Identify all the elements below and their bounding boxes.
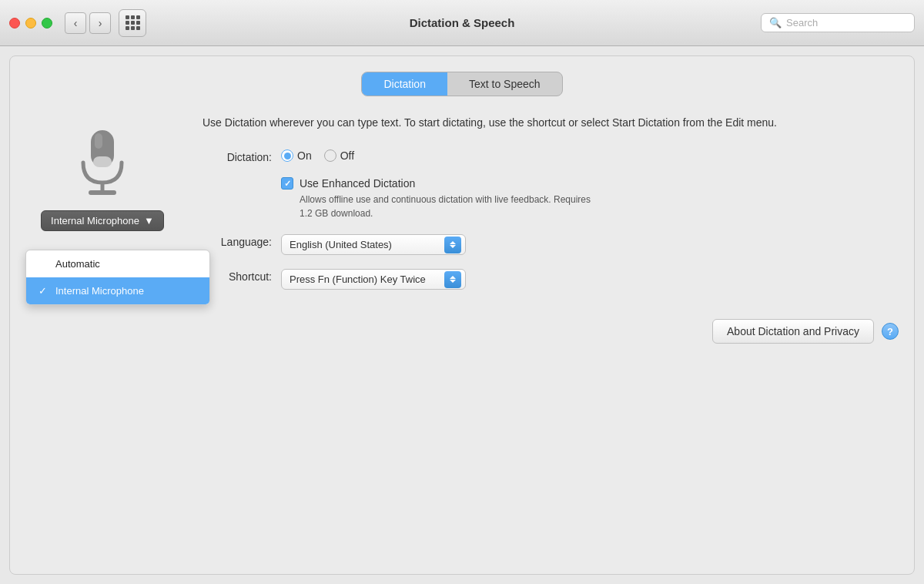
microphone-dropdown[interactable]: Internal Microphone ▼ [41, 210, 164, 231]
tab-dictation[interactable]: Dictation [362, 72, 447, 96]
microphone-icon [72, 123, 133, 200]
dictation-setting-row: Dictation: On Off [203, 149, 899, 163]
dictation-off-option[interactable]: Off [324, 149, 354, 162]
search-icon: 🔍 [769, 17, 782, 29]
on-label: On [297, 149, 312, 162]
forward-button[interactable]: › [89, 12, 111, 34]
language-label: Language: [203, 234, 272, 248]
svg-rect-2 [93, 156, 112, 167]
enhanced-setting-row: ✓ Use Enhanced Dictation Allows offline … [281, 177, 899, 220]
search-input[interactable] [786, 17, 906, 29]
checkmark-selected-icon: ✓ [38, 285, 49, 297]
close-button[interactable] [9, 18, 20, 29]
grid-icon [126, 15, 140, 30]
settings-section: Use Dictation wherever you can type text… [195, 115, 899, 344]
shortcut-select[interactable]: Press Fn (Function) Key Twice Press Fn K… [281, 269, 466, 290]
bottom-actions: About Dictation and Privacy ? [203, 304, 899, 344]
window-title: Dictation & Speech [410, 16, 515, 29]
help-button[interactable]: ? [882, 323, 899, 340]
enhanced-description: Allows offline use and continuous dictat… [300, 193, 592, 220]
minimize-button[interactable] [25, 18, 36, 29]
svg-rect-4 [89, 190, 116, 195]
maximize-button[interactable] [42, 18, 52, 29]
off-label: Off [340, 149, 354, 162]
nav-buttons: ‹ › [65, 12, 111, 34]
radio-on-circle [281, 149, 293, 162]
app-grid-button[interactable] [119, 9, 146, 37]
radio-off-circle [324, 149, 336, 162]
about-privacy-button[interactable]: About Dictation and Privacy [712, 319, 874, 344]
dictation-label: Dictation: [203, 149, 272, 163]
dictation-on-option[interactable]: On [281, 149, 312, 162]
tab-text-to-speech[interactable]: Text to Speech [447, 72, 562, 96]
dropdown-arrow-icon: ▼ [144, 215, 154, 227]
language-setting-row: Language: English (United States) Englis… [203, 234, 899, 255]
enhanced-section: ✓ Use Enhanced Dictation Allows offline … [281, 177, 592, 220]
traffic-lights [9, 18, 52, 29]
microphone-dropdown-menu: Automatic ✓ Internal Microphone [25, 250, 210, 305]
option-label: Automatic [55, 258, 100, 270]
svg-rect-1 [95, 133, 102, 149]
dropdown-option-automatic[interactable]: Automatic [26, 250, 209, 277]
titlebar: ‹ › Dictation & Speech 🔍 [0, 0, 924, 46]
radio-on-inner [284, 153, 291, 159]
language-select-wrapper: English (United States) English (UK) Spa… [281, 234, 466, 255]
enhanced-checkbox[interactable]: ✓ [281, 177, 293, 190]
enhanced-label: Use Enhanced Dictation [300, 177, 415, 190]
back-button[interactable]: ‹ [65, 12, 86, 34]
language-select[interactable]: English (United States) English (UK) Spa… [281, 234, 466, 255]
option-label: Internal Microphone [55, 285, 144, 297]
main-content: Dictation Text to Speech Intern [9, 55, 915, 575]
shortcut-label: Shortcut: [203, 269, 272, 283]
dropdown-option-internal-mic[interactable]: ✓ Internal Microphone [26, 277, 209, 304]
dictation-radio-group: On Off [281, 149, 354, 162]
tab-bar: Dictation Text to Speech [361, 72, 562, 96]
content-area: Internal Microphone ▼ Automatic ✓ Intern… [25, 115, 899, 344]
shortcut-select-wrapper: Press Fn (Function) Key Twice Press Fn K… [281, 269, 466, 290]
search-bar: 🔍 [761, 13, 915, 32]
microphone-section: Internal Microphone ▼ Automatic ✓ Intern… [25, 115, 179, 344]
microphone-label: Internal Microphone [51, 215, 139, 227]
description-text: Use Dictation wherever you can type text… [203, 115, 899, 131]
shortcut-setting-row: Shortcut: Press Fn (Function) Key Twice … [203, 269, 899, 290]
enhanced-row: ✓ Use Enhanced Dictation [281, 177, 592, 190]
